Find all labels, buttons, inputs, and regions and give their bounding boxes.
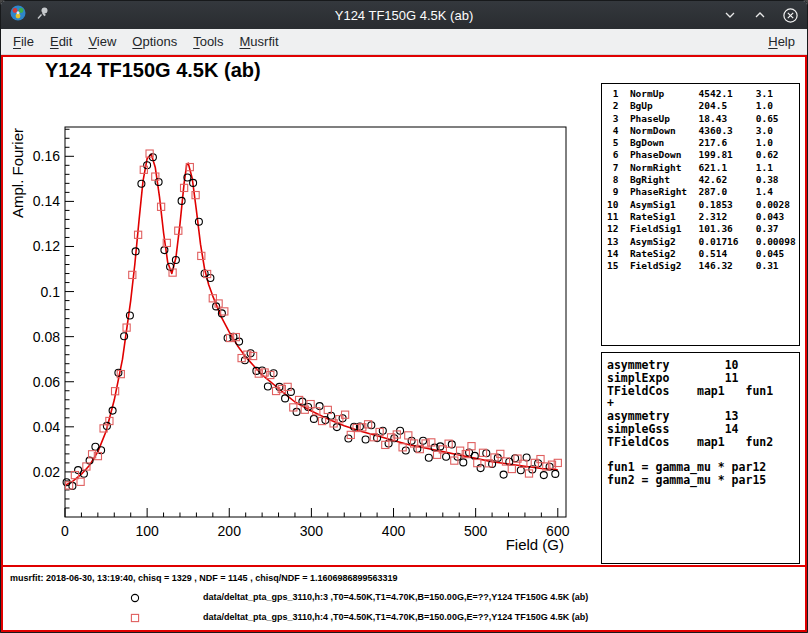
pin-icon[interactable] [35,5,51,25]
legend-label-histo4: data/deltat_pta_gps_3110,h:4 ,T0=4.50K,T… [203,612,588,622]
fit-status: musrfit: 2018-06-30, 13:19:40, chisq = 1… [10,573,397,583]
y-axis-title: Ampl. Fourier [9,128,26,218]
close-button[interactable] [781,6,799,24]
legend-row-histo3: data/deltat_pta_gps_3110,h:3 ,T0=4.50K,T… [3,590,805,604]
menu-musrfit[interactable]: Musrfit [232,30,287,53]
menu-file[interactable]: File [5,30,42,53]
svg-text:300: 300 [300,523,324,539]
menu-view[interactable]: View [80,30,124,53]
theory-box[interactable]: asymmetry 10 simplExpo 11 TFieldCos map1… [601,352,800,564]
minimize-button[interactable] [721,6,739,24]
legend-label-histo3: data/deltat_pta_gps_3110,h:3 ,T0=4.50K,T… [203,592,588,602]
window-title: Y124 TF150G 4.5K (ab) [1,8,807,23]
svg-text:0.08: 0.08 [33,329,60,345]
app-icon[interactable] [9,4,27,26]
svg-text:400: 400 [382,523,406,539]
svg-text:0.14: 0.14 [33,193,60,209]
legend-row-histo4: data/deltat_pta_gps_3110,h:4 ,T0=4.50K,T… [3,610,805,624]
menubar: File Edit View Options Tools Musrfit Hel… [1,29,807,55]
svg-text:0.04: 0.04 [33,419,60,435]
svg-text:500: 500 [464,523,488,539]
series-circle-markers [63,154,559,490]
app-window: Y124 TF150G 4.5K (ab) File Edit View Opt… [0,0,808,633]
svg-text:100: 100 [135,523,159,539]
titlebar[interactable]: Y124 TF150G 4.5K (ab) [1,1,807,29]
svg-text:0.12: 0.12 [33,238,60,254]
axis-labels: 01002003004005006000.020.040.060.080.10.… [9,128,570,553]
legend-square-marker [129,610,141,628]
menu-help[interactable]: Help [760,30,803,53]
svg-text:0.16: 0.16 [33,148,60,164]
menu-options[interactable]: Options [124,30,185,53]
svg-text:0: 0 [61,523,69,539]
legend-circle-marker [129,590,141,608]
fourier-plot[interactable]: 01002003004005006000.020.040.060.080.10.… [3,57,597,563]
x-axis-title: Field (G) [506,536,564,553]
maximize-button[interactable] [751,6,769,24]
svg-text:0.1: 0.1 [41,284,61,300]
svg-text:0.06: 0.06 [33,374,60,390]
menu-edit[interactable]: Edit [42,30,80,53]
svg-text:200: 200 [218,523,242,539]
footer-pad: musrfit: 2018-06-30, 13:19:40, chisq = 1… [3,565,805,630]
fit-curve [65,154,558,485]
root-canvas: Y124 TF150G 4.5K (ab) 010020030040050060… [1,55,807,632]
menu-tools[interactable]: Tools [185,30,231,53]
parameter-box[interactable]: 1 NormUp 4542.1 3.1 2 BgUp 204.5 1.0 3 P… [601,83,800,346]
svg-text:0.02: 0.02 [33,464,60,480]
series-square-markers [66,150,562,489]
